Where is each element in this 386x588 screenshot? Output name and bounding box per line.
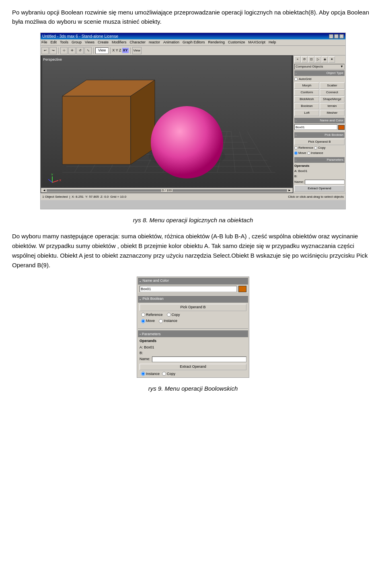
- menu-bar: File Edit Tools Group Views Create Modif…: [41, 39, 345, 46]
- menu-rendering[interactable]: Rendering: [208, 40, 225, 45]
- mesher-btn[interactable]: Mesher: [320, 110, 345, 116]
- sp-minus-icon3[interactable]: -: [140, 332, 141, 336]
- object-name-input[interactable]: [294, 124, 337, 130]
- menu-animation[interactable]: Animation: [163, 40, 179, 45]
- pick-boolean-header: - Pick Boolean: [294, 132, 345, 138]
- autogrid-checkbox[interactable]: [294, 78, 298, 81]
- sp-b-label: B:: [140, 350, 246, 356]
- menu-reactor[interactable]: reactor: [149, 40, 160, 45]
- menu-create[interactable]: Create: [98, 40, 109, 45]
- redo-btn[interactable]: ↪: [49, 47, 57, 54]
- sp-instance-radio-option: Instance: [141, 371, 160, 377]
- operands-label: Operands: [294, 164, 345, 168]
- connect-btn[interactable]: Connect: [320, 89, 345, 96]
- scrollbar-bottom[interactable]: ◄ 0 / 100 ►: [41, 188, 293, 193]
- instance-radio[interactable]: [307, 152, 310, 155]
- morph-btn[interactable]: Morph: [294, 82, 319, 89]
- tab-utilities[interactable]: ✦: [329, 56, 335, 63]
- sp-color-swatch[interactable]: [238, 286, 246, 292]
- panel-tabs: + ⟳ ⊡ ▷ ◈ ✦: [294, 56, 345, 63]
- sp-operands-label: Operands: [140, 338, 246, 344]
- sp-instance-extract-radio[interactable]: [141, 372, 145, 376]
- sp-pick-section: Pick Operand B Reference Copy: [138, 304, 248, 327]
- menu-tools[interactable]: Tools: [60, 40, 68, 45]
- intro-paragraph: Po wybraniu opcji Boolean rozwinie się m…: [12, 8, 374, 26]
- tab-modify[interactable]: ⟳: [301, 56, 308, 63]
- undo-btn[interactable]: ↩: [41, 47, 49, 54]
- sep3: [110, 47, 111, 54]
- caption2: rys 9. Menu operacji Boolowskich: [12, 384, 374, 393]
- name-input[interactable]: [305, 180, 345, 184]
- y-coord: Y: 57.805: [85, 195, 99, 199]
- sp-copy-extract-radio[interactable]: [162, 372, 166, 376]
- menu-grapheditors[interactable]: Graph Editors: [183, 40, 205, 45]
- extract-operand-btn[interactable]: Extract Operand: [294, 185, 345, 192]
- shapemerge-btn[interactable]: ShapeMerge: [320, 96, 345, 102]
- sp-name-row: [138, 286, 248, 292]
- tab-create[interactable]: +: [294, 56, 301, 63]
- sp-copy-radio[interactable]: [167, 313, 171, 317]
- sp-extract-operand-btn[interactable]: Extract Operand: [140, 364, 246, 370]
- compound-objects-dropdown[interactable]: Compound Objects ▼: [294, 64, 345, 70]
- x-coord: X: 8.251: [72, 195, 84, 199]
- menu-views[interactable]: Views: [85, 40, 94, 45]
- tab-display[interactable]: ◈: [322, 56, 328, 63]
- conform-btn[interactable]: Conform: [294, 89, 319, 96]
- move-instance-row: Move Instance: [294, 151, 345, 156]
- rotate-btn[interactable]: ↺: [76, 47, 84, 54]
- select-btn[interactable]: ⊹: [60, 47, 68, 54]
- status-message: Click or click-and-drag to select object…: [288, 195, 344, 199]
- pick-operand-b-btn[interactable]: Pick Operand B: [294, 139, 345, 145]
- sp-parameters-header: - Parameters: [138, 330, 248, 338]
- sp-divider2: [138, 328, 248, 329]
- copy-radio[interactable]: [314, 146, 317, 150]
- boolean-btn[interactable]: Boolean: [294, 103, 319, 109]
- window-title: Untitled - 3ds max 6 - Stand-alone Licen…: [42, 33, 118, 39]
- scale-btn[interactable]: ⤡: [84, 47, 92, 54]
- window-controls: _ □ ×: [329, 34, 344, 39]
- sp-pick-boolean-header: - Pick Boolean: [138, 296, 248, 303]
- sp-name-input[interactable]: [140, 286, 237, 292]
- maximize-btn[interactable]: □: [334, 34, 339, 39]
- sp-minus-icon[interactable]: -: [140, 278, 141, 284]
- screenshot2-container: - Name and Color - Pick Boolean Pick Ope…: [12, 277, 374, 378]
- object-type-header: - Object Type: [294, 70, 345, 76]
- menu-character[interactable]: Character: [129, 40, 146, 45]
- tab-motion[interactable]: ▷: [315, 56, 321, 63]
- minimize-btn[interactable]: _: [329, 34, 333, 39]
- sp-name-color-header: - Name and Color: [138, 278, 248, 285]
- close-btn[interactable]: ×: [339, 34, 344, 39]
- menu-edit[interactable]: Edit: [51, 40, 57, 45]
- color-swatch[interactable]: [338, 125, 345, 130]
- sp-pick-operand-b-btn[interactable]: Pick Operand B: [140, 304, 246, 311]
- menu-file[interactable]: File: [41, 40, 47, 45]
- sp-instance-radio[interactable]: [159, 319, 163, 323]
- sp-name-field[interactable]: [152, 356, 246, 362]
- menu-customize[interactable]: Customize: [228, 40, 245, 45]
- blobmesh-btn[interactable]: BlobMesh: [294, 96, 319, 102]
- tab-hierarchy[interactable]: ⊡: [308, 56, 314, 63]
- menu-group[interactable]: Group: [72, 40, 82, 45]
- reference-radio[interactable]: [294, 146, 298, 150]
- name-row: Name:: [294, 180, 345, 184]
- scatter-btn[interactable]: Scatter: [320, 82, 345, 89]
- move-radio[interactable]: [294, 152, 298, 155]
- view-selector[interactable]: View: [132, 47, 142, 54]
- menu-maxscript[interactable]: MAXScript: [248, 40, 266, 45]
- viewport-label: Perspective: [43, 57, 62, 63]
- status-bar: 1 Object Selected | X: 8.251 Y: 57.805 Z…: [41, 193, 345, 200]
- move-btn[interactable]: ✛: [68, 47, 76, 54]
- z-coord: Z: 0.0: [101, 195, 109, 199]
- menu-modifiers[interactable]: Modifiers: [112, 40, 127, 45]
- main-area: Perspective: [41, 55, 345, 193]
- body-text-2: Do wyboru mamy następujące operacja: sum…: [12, 232, 374, 270]
- menu-help[interactable]: Help: [269, 40, 276, 45]
- sp-minus-icon2[interactable]: -: [140, 296, 141, 302]
- sp-reference-radio[interactable]: [141, 313, 145, 317]
- sp-instance-option: Instance: [159, 318, 177, 324]
- sp-move-option: Move: [141, 318, 155, 324]
- sp-move-radio[interactable]: [141, 319, 145, 323]
- loft-btn[interactable]: Loft: [294, 110, 319, 116]
- terrain-btn[interactable]: terrain: [320, 103, 345, 109]
- svg-text:X: X: [59, 178, 62, 182]
